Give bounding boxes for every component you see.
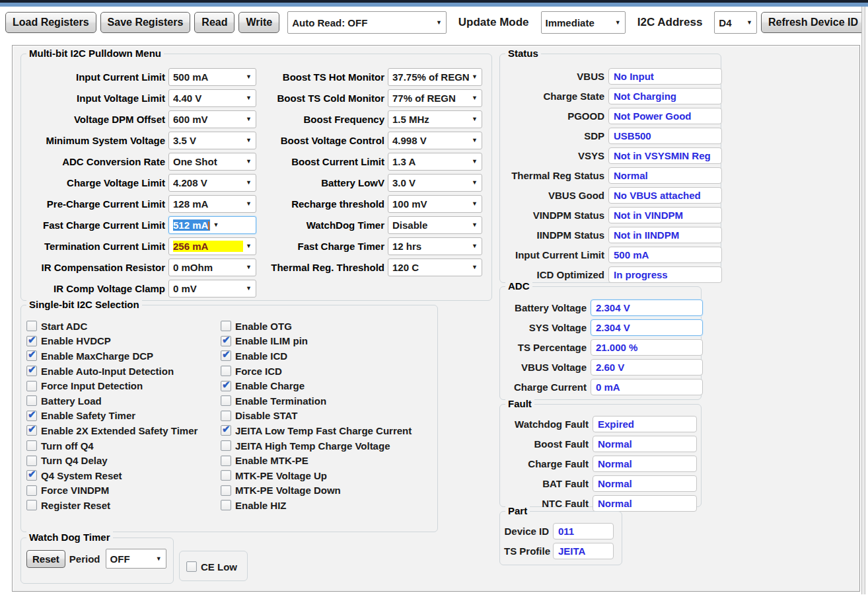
status-value-field[interactable]: No VBUS attached xyxy=(608,187,722,204)
dropdown[interactable]: 3.5 V ▼ xyxy=(168,132,256,149)
checkbox[interactable]: ✔ xyxy=(221,500,231,510)
checkbox-item[interactable]: ✔ JEITA High Temp Charge Voltage xyxy=(221,438,412,454)
checkbox-item[interactable]: ✔ Start ADC xyxy=(26,319,198,334)
auto-read-dropdown[interactable]: Auto Read: OFF ▼ xyxy=(287,11,447,34)
checkbox-item[interactable]: ✔ JEITA Low Temp Fast Charge Current xyxy=(221,423,412,438)
read-button[interactable]: Read xyxy=(194,12,235,33)
checkbox-item[interactable]: ✔ MTK-PE Voltage Up xyxy=(221,468,412,483)
dropdown[interactable]: 12 hrs ▼ xyxy=(388,237,482,255)
dropdown[interactable]: 600 mV ▼ xyxy=(168,110,256,128)
checkbox[interactable]: ✔ xyxy=(221,470,231,481)
dropdown[interactable]: 77% of REGN ▼ xyxy=(388,89,482,107)
checkbox-item[interactable]: ✔ Force VINDPM xyxy=(26,483,198,498)
status-value-field[interactable]: Not Charging xyxy=(608,88,722,104)
fault-value-field[interactable]: Normal xyxy=(593,495,697,512)
dropdown[interactable]: Disable ▼ xyxy=(388,216,482,234)
fault-value-field[interactable]: Normal xyxy=(593,436,697,452)
dropdown[interactable]: 512 mA ▼ xyxy=(168,216,256,234)
refresh-device-id-button[interactable]: Refresh Device ID xyxy=(761,12,865,33)
checkbox-item[interactable]: ✔ Disable STAT xyxy=(221,409,412,424)
checkbox[interactable]: ✔ xyxy=(221,321,231,331)
dropdown[interactable]: 1.3 A ▼ xyxy=(388,153,482,171)
checkbox[interactable]: ✔ xyxy=(221,336,231,346)
checkbox[interactable]: ✔ xyxy=(26,411,37,421)
checkbox-item[interactable]: ✔ Battery Load xyxy=(26,393,198,409)
checkbox-item[interactable]: ✔ Enable OTG xyxy=(221,319,412,334)
dropdown[interactable]: 100 mV ▼ xyxy=(388,195,482,213)
part-value-field[interactable]: JEITA xyxy=(553,543,614,559)
dropdown[interactable]: 120 C ▼ xyxy=(388,259,482,276)
fault-value-field[interactable]: Normal xyxy=(593,456,697,472)
dropdown[interactable]: One Shot ▼ xyxy=(168,153,256,171)
checkbox[interactable]: ✔ xyxy=(221,456,231,466)
adc-value-field[interactable]: 0 mA xyxy=(591,379,703,395)
dropdown[interactable]: 3.0 V ▼ xyxy=(388,174,482,192)
checkbox[interactable]: ✔ xyxy=(26,456,37,466)
load-registers-button[interactable]: Load Registers xyxy=(5,12,96,33)
checkbox-item[interactable]: ✔ Register Reset xyxy=(26,498,198,513)
checkbox[interactable]: ✔ xyxy=(221,381,231,391)
status-value-field[interactable]: Normal xyxy=(608,167,722,184)
checkbox[interactable]: ✔ xyxy=(221,425,231,436)
checkbox-item[interactable]: ✔ Enable 2X Extended Safety Timer xyxy=(26,423,198,438)
status-value-field[interactable]: In progress xyxy=(608,266,722,283)
status-value-field[interactable]: No Input xyxy=(608,68,722,85)
checkbox[interactable]: ✔ xyxy=(221,411,231,421)
checkbox[interactable]: ✔ xyxy=(26,321,37,331)
adc-value-field[interactable]: 21.000 % xyxy=(591,339,703,356)
checkbox[interactable]: ✔ xyxy=(26,350,37,361)
dropdown[interactable]: 0 mV ▼ xyxy=(168,280,256,298)
checkbox-item[interactable]: ✔ Enable Auto-Input Detection xyxy=(26,364,198,379)
checkbox[interactable]: ✔ xyxy=(221,350,231,361)
checkbox[interactable]: ✔ xyxy=(221,395,231,406)
checkbox-item[interactable]: ✔ Enable ICD xyxy=(221,348,412,364)
checkbox[interactable]: ✔ xyxy=(26,336,37,346)
ce-low-checkbox-item[interactable]: ✔ CE Low xyxy=(186,560,237,573)
fault-value-field[interactable]: Expired xyxy=(593,416,697,432)
checkbox-item[interactable]: ✔ Enable HVDCP xyxy=(26,334,198,349)
status-value-field[interactable]: Not Power Good xyxy=(608,108,722,124)
i2c-address-dropdown[interactable]: D4 ▼ xyxy=(714,11,757,34)
checkbox[interactable]: ✔ xyxy=(26,500,37,510)
checkbox-item[interactable]: ✔ Enable HIZ xyxy=(221,498,412,513)
checkbox-item[interactable]: ✔ Enable Safety Timer xyxy=(26,409,198,424)
update-mode-dropdown[interactable]: Immediate ▼ xyxy=(541,11,626,34)
checkbox[interactable]: ✔ xyxy=(26,366,37,376)
part-value-field[interactable]: 011 xyxy=(553,523,614,539)
checkbox-item[interactable]: ✔ Enable MTK-PE xyxy=(221,453,412,468)
checkbox[interactable]: ✔ xyxy=(221,485,231,496)
checkbox-item[interactable]: ✔ MTK-PE Voltage Down xyxy=(221,483,412,498)
checkbox-item[interactable]: ✔ Force ICD xyxy=(221,364,412,379)
adc-value-field[interactable]: 2.304 V xyxy=(591,319,703,336)
status-value-field[interactable]: Not in IINDPM xyxy=(608,227,722,243)
checkbox-item[interactable]: ✔ Turn Q4 Delay xyxy=(26,453,198,468)
dropdown[interactable]: 256 mA ▼ xyxy=(168,237,256,255)
write-button[interactable]: Write xyxy=(238,12,279,33)
ce-low-checkbox[interactable]: ✔ xyxy=(186,561,197,572)
dropdown[interactable]: 500 mA ▼ xyxy=(168,68,256,86)
dropdown[interactable]: 37.75% of REGN ▼ xyxy=(388,68,482,86)
checkbox-item[interactable]: ✔ Enable Charge xyxy=(221,378,412,393)
adc-value-field[interactable]: 2.304 V xyxy=(591,299,703,316)
status-value-field[interactable]: 500 mA xyxy=(608,247,722,263)
watchdog-reset-button[interactable]: Reset xyxy=(26,550,65,568)
status-value-field[interactable]: USB500 xyxy=(608,128,722,144)
checkbox[interactable]: ✔ xyxy=(26,425,37,436)
fault-value-field[interactable]: Normal xyxy=(593,475,697,492)
dropdown[interactable]: 128 mA ▼ xyxy=(168,195,256,213)
checkbox[interactable]: ✔ xyxy=(26,440,37,451)
dropdown[interactable]: 4.208 V ▼ xyxy=(168,174,256,192)
checkbox-item[interactable]: ✔ Enable MaxCharge DCP xyxy=(26,348,198,364)
status-value-field[interactable]: Not in VSYSMIN Reg xyxy=(608,147,722,164)
checkbox[interactable]: ✔ xyxy=(26,470,37,481)
checkbox[interactable]: ✔ xyxy=(26,485,37,496)
dropdown[interactable]: 4.40 V ▼ xyxy=(168,89,256,107)
checkbox-item[interactable]: ✔ Force Input Detection xyxy=(26,378,198,393)
dropdown[interactable]: 4.998 V ▼ xyxy=(388,132,482,149)
dropdown[interactable]: 1.5 MHz ▼ xyxy=(388,110,482,128)
checkbox-item[interactable]: ✔ Enable ILIM pin xyxy=(221,334,412,349)
status-value-field[interactable]: Not in VINDPM xyxy=(608,207,722,223)
checkbox-item[interactable]: ✔ Enable Termination xyxy=(221,393,412,409)
watchdog-period-dropdown[interactable]: OFF ▼ xyxy=(106,549,166,569)
checkbox[interactable]: ✔ xyxy=(26,395,37,406)
